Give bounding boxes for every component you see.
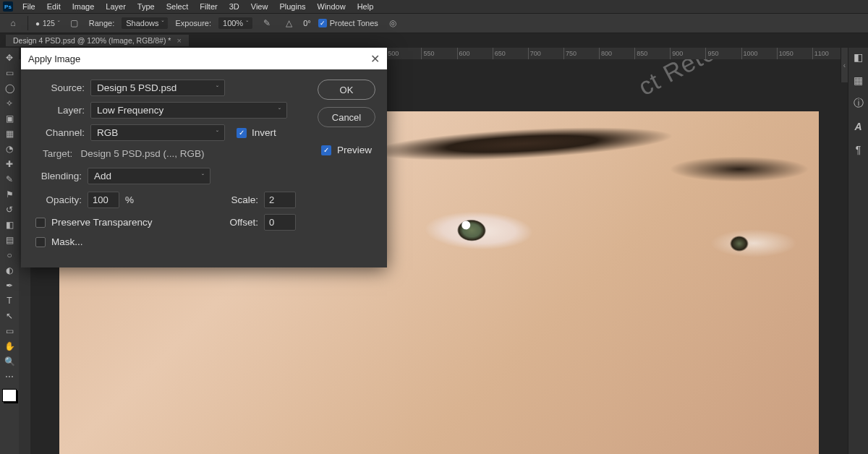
preview-checkbox[interactable]: ✓ Preview [321, 145, 372, 155]
menu-edit[interactable]: Edit [42, 1, 66, 12]
exposure-value: 100% [223, 19, 243, 27]
swatches-panel-icon[interactable]: ▦ [852, 74, 865, 87]
document-tab-row: Design 4 PSD.psd @ 120% (Image, RGB/8#) … [0, 33, 868, 48]
eraser-tool[interactable]: ◧ [1, 218, 17, 232]
range-value: Shadows [126, 19, 158, 27]
pen-tool[interactable]: ✒ [1, 278, 17, 293]
exposure-dropdown[interactable]: 100% ˇ [218, 17, 252, 29]
marquee-tool[interactable]: ▭ [1, 66, 17, 80]
target-label: Target: [43, 148, 72, 159]
menu-layer[interactable]: Layer [101, 1, 131, 12]
menu-view[interactable]: View [246, 1, 273, 12]
crop-tool[interactable]: ▣ [1, 111, 17, 126]
invert-label: Invert [252, 127, 276, 138]
apply-image-dialog: Apply Image ✕ OK Cancel ✓ Preview Source… [21, 48, 387, 267]
image-content [406, 203, 552, 259]
blending-dropdown[interactable]: Add ˇ [88, 168, 210, 184]
type-tool[interactable]: T [1, 294, 17, 308]
expand-panels-tab[interactable]: ‹ [841, 48, 848, 82]
separator [27, 16, 28, 30]
zoom-tool[interactable]: 🔍 [1, 354, 17, 369]
document-tab[interactable]: Design 4 PSD.psd @ 120% (Image, RGB/8#) … [6, 35, 189, 46]
preserve-transparency-checkbox[interactable]: Preserve Transparency [35, 217, 153, 228]
dodge-tool[interactable]: ◐ [1, 263, 17, 278]
heal-tool[interactable]: ✚ [1, 157, 17, 171]
scale-input[interactable]: 2 [264, 192, 296, 208]
chevron-down-icon: ˇ [246, 20, 248, 27]
menu-filter[interactable]: Filter [195, 1, 222, 12]
history-brush-tool[interactable]: ↺ [1, 202, 17, 217]
opacity-unit: % [125, 194, 134, 205]
brush-icon: ● [35, 20, 40, 27]
brush-settings-icon[interactable]: ▢ [67, 16, 82, 30]
chevron-down-icon: ˇ [216, 85, 218, 92]
offset-input[interactable]: 0 [264, 214, 296, 231]
menu-plugins[interactable]: Plugins [274, 1, 310, 12]
exposure-label: Exposure: [175, 19, 211, 27]
menu-help[interactable]: Help [352, 1, 379, 12]
ok-button[interactable]: OK [318, 80, 375, 100]
dialog-buttons: OK Cancel ✓ Preview [318, 80, 375, 155]
foreground-background-colors[interactable] [2, 389, 17, 402]
char-panel-icon[interactable]: A [852, 120, 865, 133]
chevron-down-icon: ˇ [161, 20, 163, 27]
shape-tool[interactable]: ▭ [1, 324, 17, 338]
source-dropdown[interactable]: Design 5 PSD.psd ˇ [90, 80, 225, 96]
opacity-label: Opacity: [33, 194, 82, 205]
document-tab-title: Design 4 PSD.psd @ 120% (Image, RGB/8#) … [13, 36, 171, 45]
checkbox-unchecked-icon [35, 218, 46, 228]
channel-label: Channel: [33, 127, 85, 138]
color-panel-icon[interactable]: ◧ [852, 51, 865, 64]
move-tool[interactable]: ✥ [1, 51, 17, 65]
blur-tool[interactable]: ○ [1, 248, 17, 262]
menu-select[interactable]: Select [161, 1, 194, 12]
channel-dropdown[interactable]: RGB ˇ [90, 124, 225, 141]
range-label: Range: [89, 19, 114, 27]
wand-tool[interactable]: ✧ [1, 96, 17, 111]
right-panel-strip: ◧ ▦ ⓘ A ¶ [848, 48, 868, 454]
mask-checkbox[interactable]: Mask... [35, 236, 83, 247]
para-panel-icon[interactable]: ¶ [852, 143, 865, 156]
lasso-tool[interactable]: ◯ [1, 81, 17, 95]
chevron-down-icon: ˇ [216, 129, 218, 137]
gradient-tool[interactable]: ▤ [1, 233, 17, 247]
pressure-icon[interactable]: ◎ [386, 16, 400, 30]
angle-icon[interactable]: △ [281, 16, 296, 30]
preview-label: Preview [337, 145, 372, 155]
home-icon[interactable]: ⌂ [6, 16, 20, 30]
preserve-transparency-label: Preserve Transparency [51, 217, 153, 228]
frame-tool[interactable]: ▦ [1, 127, 17, 141]
menu-image[interactable]: Image [67, 1, 100, 12]
mask-label: Mask... [51, 236, 83, 247]
app-icon: Ps [3, 1, 13, 12]
menu-3d[interactable]: 3D [224, 1, 244, 12]
opacity-input[interactable]: 100 [88, 192, 119, 208]
cancel-button[interactable]: Cancel [318, 107, 375, 127]
brush-preset[interactable]: ● 125 ˇ [35, 20, 60, 27]
hand-tool[interactable]: ✋ [1, 339, 17, 354]
source-value: Design 5 PSD.psd [97, 82, 176, 93]
close-icon[interactable]: ✕ [370, 52, 380, 66]
range-dropdown[interactable]: Shadows ˇ [122, 17, 168, 29]
offset-label: Offset: [229, 217, 258, 228]
protect-tones-label: Protect Tones [330, 19, 378, 27]
invert-checkbox[interactable]: ✓ Invert [237, 127, 276, 138]
airbrush-icon[interactable]: ✎ [260, 16, 274, 30]
info-panel-icon[interactable]: ⓘ [852, 97, 865, 110]
layer-dropdown[interactable]: Low Frequency ˇ [90, 102, 287, 119]
menu-type[interactable]: Type [132, 1, 160, 12]
menu-bar: Ps File Edit Image Layer Type Select Fil… [0, 0, 868, 13]
checkbox-unchecked-icon [35, 237, 46, 247]
channel-value: RGB [97, 127, 118, 138]
watermark-text: ct Retouching In [634, 59, 814, 101]
layer-value: Low Frequency [97, 105, 163, 116]
more-tools[interactable]: ⋯ [1, 369, 17, 384]
eyedropper-tool[interactable]: ◔ [1, 142, 17, 156]
menu-file[interactable]: File [17, 1, 41, 12]
brush-tool[interactable]: ✎ [1, 172, 17, 187]
path-tool[interactable]: ↖ [1, 309, 17, 323]
close-icon[interactable]: × [176, 36, 181, 45]
protect-tones-checkbox[interactable]: ✓ Protect Tones [318, 19, 378, 27]
stamp-tool[interactable]: ⚑ [1, 187, 17, 202]
menu-window[interactable]: Window [312, 1, 351, 12]
